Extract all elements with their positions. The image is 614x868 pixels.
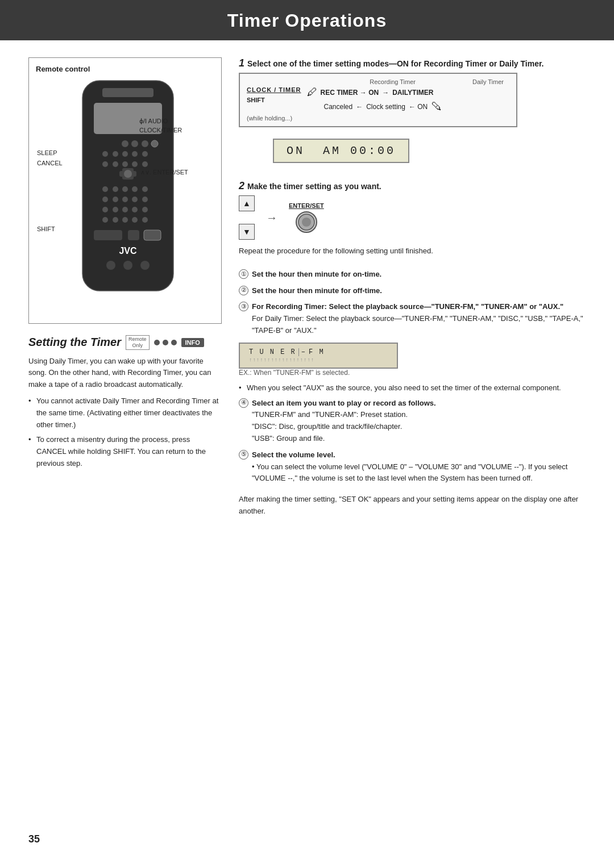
svg-point-35 [102,217,108,223]
volume-note-bullet: • [252,462,256,471]
svg-point-4 [131,140,138,147]
tuner-ex-label: EX.: When "TUNER-FM" is selected. [239,369,586,377]
steps-numbered-list: ① Set the hour then minute for on-time. … [239,269,586,337]
step-1-title: Select one of the timer setting modes—ON… [247,59,544,68]
svg-point-37 [122,217,128,223]
enter-set-label: ENTER/SET [289,202,324,209]
setting-timer-header: Setting the Timer RemoteOnly INFO [28,335,222,350]
svg-rect-41 [128,230,139,240]
on-label: ← ON [409,103,428,111]
page-number: 35 [28,833,40,845]
label-audio: ϕ/I AUDIO [139,118,168,125]
tuner-display-section: T U N E R – F M ↑↑↑↑↑↑↑↑↑↑↑↑↑↑↑↑↑↑ EX.: … [239,343,586,377]
left-column: Remote control [28,57,222,518]
svg-point-22 [122,186,128,192]
svg-point-30 [102,207,108,212]
svg-point-23 [132,186,138,192]
list-item-5: ⑤ Select the volume level. • You can sel… [239,449,586,485]
step-text-2: Set the hour then minute for off-time. [252,285,586,297]
arrow-buttons: ▲ ▼ [239,195,255,240]
svg-point-3 [122,140,128,147]
step-text-4: Select an item you want to play or recor… [252,398,586,445]
svg-point-21 [113,186,118,192]
enter-set-area: ENTER/SET [289,202,324,233]
svg-point-16 [142,161,148,167]
svg-point-5 [142,140,148,147]
svg-point-13 [113,161,118,167]
step-circle-2: ② [239,286,248,295]
svg-rect-42 [144,230,161,240]
svg-point-45 [123,261,132,270]
svg-point-9 [122,151,128,157]
svg-point-38 [132,217,138,223]
finger-icon-top: 🖊 [307,86,317,98]
svg-point-39 [142,217,148,223]
up-arrow-btn[interactable]: ▲ [239,195,255,211]
final-note: After making the timer setting, "SET OK"… [239,494,586,518]
svg-text:JVC: JVC [119,246,137,256]
list-item-3: ③ For Recording Timer: Select the playba… [239,301,586,336]
svg-rect-1 [102,88,154,97]
svg-point-11 [142,151,148,157]
recording-timer-sublabel: Recording Timer [370,78,416,85]
info-badge: INFO [181,338,204,347]
daily-timer-diag: DAILYTIMER [392,89,433,97]
dot-3 [171,340,177,345]
svg-point-14 [122,161,128,167]
page-wrapper: Timer Operations Remote control [0,0,614,868]
bullet-2: To correct a misentry during the process… [28,434,222,469]
dot-1 [154,340,160,345]
tuner-fm-display: T U N E R – F M ↑↑↑↑↑↑↑↑↑↑↑↑↑↑↑↑↑↑ [239,343,398,369]
step-circle-3: ③ [239,302,248,311]
svg-point-26 [113,197,118,202]
svg-point-27 [122,197,128,202]
step-2-header: 2 Make the timer setting as you want. [239,180,586,192]
down-arrow-btn[interactable]: ▼ [239,224,255,240]
step-circle-4: ④ [239,398,248,408]
enter-set-button[interactable] [296,211,317,233]
step-circle-1: ① [239,269,248,279]
steps-numbered-list-2: ④ Select an item you want to play or rec… [239,398,586,485]
right-column: 1 Select one of the timer setting modes—… [239,57,586,518]
step-2-number: 2 [239,180,244,192]
svg-point-32 [122,207,128,212]
clock-timer-label: CLOCK / TIMER [247,86,301,93]
setting-timer-intro: Using Daily Timer, you can wake up with … [28,356,222,391]
page-title: Timer Operations [0,10,614,31]
canceled-label: Canceled [324,103,353,111]
page-header: Timer Operations [0,0,614,40]
step-2-block: 2 Make the timer setting as you want. ▲ … [239,180,586,257]
shift-label: SHIFT [247,97,301,103]
remote-diagram: JVC ϕ/I AUDIO CLOCK/TIMER SLEEP CANCEL [36,78,214,316]
lcd-display: ON AM 00:00 [273,139,409,163]
svg-point-36 [113,217,118,223]
list-item-2: ② Set the hour then minute for off-time. [239,285,586,297]
list-item-4: ④ Select an item you want to play or rec… [239,398,586,445]
svg-point-19 [124,170,132,178]
svg-point-31 [113,207,118,212]
remote-control-label: Remote control [36,65,214,73]
bullet-1: You cannot activate Daily Timer and Reco… [28,395,222,431]
step-text-5: Select the volume level. • You can selec… [252,449,586,485]
arrow-left-1: ← [356,103,363,111]
svg-point-12 [102,161,108,167]
while-holding: (while holding...) [247,115,509,122]
label-cancel: CANCEL [37,160,63,166]
page-content: Remote control [0,57,614,518]
aux-note: When you select "AUX" as the source, you… [239,382,586,394]
svg-point-8 [113,151,118,157]
svg-point-34 [142,207,148,212]
setting-timer-title: Setting the Timer [28,336,121,349]
label-enter-set: ∧∨. ENTER/SET [140,169,188,176]
step-1-header: 1 Select one of the timer setting modes—… [239,57,586,69]
step-1-block: 1 Select one of the timer setting modes—… [239,57,586,169]
svg-point-44 [106,261,115,270]
label-shift: SHIFT [37,226,55,232]
remote-only-badge: RemoteOnly [126,335,150,350]
step-text-1: Set the hour then minute for on-time. [252,269,586,281]
arrow-to-daily: → [382,89,389,97]
clock-timer-diagram: Recording Timer Daily Timer CLOCK / TIME… [239,73,586,169]
step2-diagram: ▲ ▼ → ENTER/SET [239,195,586,240]
finger-icon-bottom: 🖊 [431,101,441,112]
dot-2 [163,340,168,345]
